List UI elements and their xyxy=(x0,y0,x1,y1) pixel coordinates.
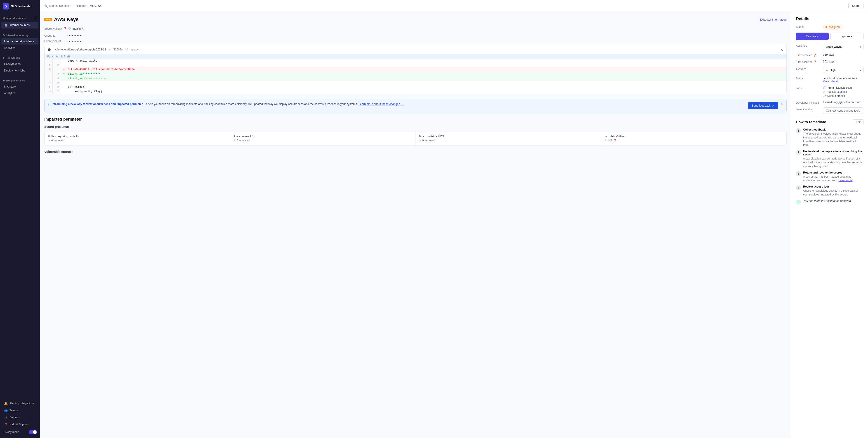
incident-title: aws AWS Keys xyxy=(44,17,79,22)
privacy-mode-toggle[interactable] xyxy=(29,430,37,434)
step-1-desc: The developer involved likely knows most… xyxy=(803,132,864,147)
step-list: 1 Collect feedback The developer involve… xyxy=(796,128,864,205)
developer-value: lucius-fox-gg@protonmail.com xyxy=(823,101,864,104)
step-1-num: 1 xyxy=(796,128,801,133)
tags-row: Tags 🕐 From historical scan ⚠ Publicly e… xyxy=(796,86,864,97)
help-icon-validity: ❓ xyxy=(63,27,67,30)
assignee-row: Assignee Bruce Wayne xyxy=(796,43,864,50)
validity-status: Invalid xyxy=(72,27,81,30)
sidebar: G GitGuardian de... Monitored perimeter … xyxy=(0,0,40,438)
filename[interactable]: app.py xyxy=(130,48,138,51)
honeytoken-section: ◈ Honeytoken Honeytokens Deployment jobs xyxy=(0,53,40,76)
monitored-perimeter-section: Monitored perimeter + ◎ Internal sources xyxy=(0,13,40,31)
learn-more-step3-link[interactable]: Learn more xyxy=(839,179,852,182)
step-4-title: Review access logs xyxy=(803,185,864,188)
step-3-desc: A secret that has been leaked should be … xyxy=(803,175,864,182)
secret-validity-item: Secret validity ❓ 🛡 Invalid ↻ xyxy=(44,27,85,30)
resolve-chevron: ▾ xyxy=(817,35,819,38)
sidebar-item-settings[interactable]: ⚙ Settings xyxy=(1,414,38,421)
severity-select-wrapper: ▲ High xyxy=(823,67,864,73)
assignee-select[interactable]: Bruce Wayne xyxy=(823,43,864,50)
view-ruleset-link[interactable]: View ruleset xyxy=(823,80,838,83)
tags-value: 🕐 From historical scan ⚠ Publicly expose… xyxy=(823,86,864,97)
step-final: ✓ You can mark the incident as resolved xyxy=(796,199,864,205)
step-check-icon: ✓ xyxy=(796,200,801,205)
issue-tracking-row: Issue tracking Connect issue tracking to… xyxy=(796,108,864,114)
help-icon-public[interactable]: ❓ xyxy=(613,139,617,142)
tag-historical-scan: 🕐 From historical scan xyxy=(823,86,864,89)
diff-meta: @@ -1,6 +1,7 @@ xyxy=(44,54,786,59)
send-feedback-button[interactable]: Send feedback ↗ xyxy=(748,102,778,109)
help-icon-detected[interactable]: ❓ xyxy=(813,54,816,57)
remediation-header: How to remediate Edit xyxy=(796,119,864,125)
nhi-governance-header: ◉ NHI governance xyxy=(0,78,40,83)
cloud-icon: ☁ xyxy=(823,77,826,80)
edit-remediation-button[interactable]: Edit xyxy=(853,119,864,125)
file-icon: 📄 xyxy=(125,48,128,51)
step-final-text: You can mark the incident as resolved xyxy=(803,199,864,203)
publicly-exposed-icon: ⚠ xyxy=(823,90,826,93)
sidebar-item-deployment-jobs[interactable]: Deployment jobs xyxy=(1,67,38,74)
learn-more-link[interactable]: Learn more about these changes → xyxy=(359,103,403,106)
sidebar-item-nhi-analytics[interactable]: Analytics xyxy=(1,90,38,96)
aws-badge: aws xyxy=(44,18,52,21)
diff-row-1: 1 1 import antigravity xyxy=(44,59,786,63)
severity-display[interactable]: ▲ High xyxy=(823,67,864,73)
ignore-chevron: ▾ xyxy=(851,35,852,38)
secrets-detection-breadcrumb[interactable]: 🔍 Secrets Detection xyxy=(44,4,71,8)
first-detected-label: First detected ❓ xyxy=(796,53,821,57)
main-wrapper: 🔍 Secrets Detection › Incidents › #98915… xyxy=(40,0,868,438)
sidebar-item-alerting-integrations[interactable]: 🔔 Alerting integrations xyxy=(1,400,38,407)
step-4-desc: Check for suspicious activity in the log… xyxy=(803,189,864,197)
info-text: Introducing a new way to view occurrence… xyxy=(52,102,404,106)
diff-row-6: 6 7 antigravity.fly() xyxy=(44,89,786,94)
sidebar-item-analytics[interactable]: Analytics xyxy=(1,45,38,51)
action-buttons: Resolve ▾ Ignore ▾ xyxy=(796,33,864,40)
client-id-row: Client_id •••••••••• xyxy=(44,34,786,37)
detector-information-link[interactable]: Detector information xyxy=(760,18,786,21)
ignore-button[interactable]: Ignore ▾ xyxy=(831,33,864,40)
metric-public-github-value: In public GitHub xyxy=(604,135,783,138)
metrics-grid: 0 files requiring code fix ↳ 0 removed 2… xyxy=(44,131,786,145)
metric-occ-outside-sub: ↳ 0 removed xyxy=(419,139,597,142)
step-1-content: Collect feedback The developer involved … xyxy=(803,128,864,147)
help-icon-occurred[interactable]: ❓ xyxy=(813,60,817,64)
step-1-title: Collect feedback xyxy=(803,128,864,131)
step-3-num: 3 xyxy=(796,171,801,176)
secrets-detection-icon: 🔍 xyxy=(44,4,48,8)
sidebar-item-internal-sources[interactable]: ◎ Internal sources xyxy=(1,22,38,29)
sidebar-item-honeytokens[interactable]: Honeytokens xyxy=(1,61,38,67)
sidebar-item-teams[interactable]: 👥 Teams xyxy=(1,407,38,414)
first-occurred-row: First occurred ❓ 362 days xyxy=(796,60,864,64)
metric-occ-overall: 2 occ. overall ↻ ↳ 0 removed xyxy=(230,132,416,145)
close-banner-button[interactable]: × xyxy=(781,102,783,106)
help-icon: ❓ xyxy=(4,422,8,426)
repo-name[interactable]: napier-operations-gg/private-gg-bis-2023… xyxy=(53,48,106,51)
collapse-icon[interactable]: ∧ xyxy=(780,47,783,52)
incident-id-breadcrumb: #9891520 xyxy=(90,4,102,7)
code-diff: @@ -1,6 +1,7 @@ 1 1 import antigravity 2… xyxy=(44,54,786,94)
sidebar-item-help-support[interactable]: ❓ Help & Support xyxy=(1,421,38,428)
sidebar-item-internal-secret-incidents[interactable]: Internal secret incidents xyxy=(1,38,38,45)
status-badge: Assigned xyxy=(823,25,842,29)
add-perimeter-icon[interactable]: + xyxy=(35,16,37,20)
incidents-breadcrumb[interactable]: Incidents xyxy=(75,4,86,7)
refresh-validity-icon[interactable]: ↻ xyxy=(82,27,85,30)
first-occurred-value: 362 days xyxy=(823,60,864,63)
diff-row-added-2: 4 + client_secret=•••••••••• xyxy=(44,76,786,81)
connect-issue-tracking-button[interactable]: Connect issue tracking tools xyxy=(823,108,863,114)
sidebar-item-inventory[interactable]: Inventory xyxy=(1,84,38,90)
commit-hash[interactable]: f22605e xyxy=(113,48,123,51)
incident-title-text: AWS Keys xyxy=(54,17,79,22)
org-logo[interactable]: G GitGuardian de... xyxy=(0,0,40,13)
refresh-occ-icon[interactable]: ↻ xyxy=(252,135,255,138)
step-2-title: Understand the implications of revoking … xyxy=(803,150,864,156)
severity-value: ▲ High xyxy=(823,67,864,73)
toggle-knob xyxy=(33,430,37,434)
step-4: 4 Review access logs Check for suspiciou… xyxy=(796,185,864,197)
step-2-num: 2 xyxy=(796,150,801,155)
resolve-button[interactable]: Resolve ▾ xyxy=(796,33,829,40)
first-occurred-label: First occurred ❓ xyxy=(796,60,821,64)
incident-header: aws AWS Keys Detector information xyxy=(44,17,786,22)
share-button[interactable]: Share xyxy=(848,3,864,9)
